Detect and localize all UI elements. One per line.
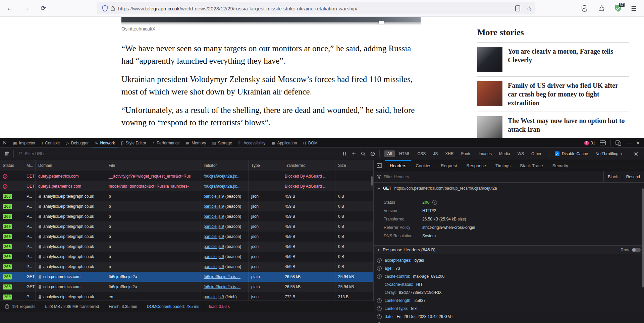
header-row[interactable]: ? content-length: 25937 <box>374 297 644 305</box>
story-headline[interactable]: The West may now have no option but to a… <box>508 116 629 138</box>
video-progress-track[interactable] <box>121 22 421 24</box>
initiator-link[interactable]: particle.js:9 <box>204 204 224 209</box>
block-request-icon[interactable] <box>368 150 377 158</box>
request-row[interactable]: 200 GET cdn.petametrics.com f <box>0 272 373 282</box>
reader-view-icon[interactable] <box>515 5 520 11</box>
initiator-link[interactable]: fb6cjraf9cejut2a.js:... <box>204 174 240 179</box>
story-thumbnail[interactable] <box>477 81 502 106</box>
devtools-tab[interactable]: ▦ Inspector <box>10 138 39 147</box>
devtools-tab[interactable]: {} Style Editor <box>118 138 149 147</box>
initiator-link[interactable]: particle.js:9 <box>204 254 224 259</box>
request-row[interactable]: 200 P... analytics.eip.telegraph.co.uk <box>0 242 373 252</box>
header-help-icon[interactable]: ? <box>377 258 382 263</box>
request-row[interactable]: 200 GET cdn.petametrics.com f <box>0 282 373 292</box>
devtools-tab[interactable]: ▤ Memory <box>183 138 209 147</box>
initiator-link[interactable]: fb6cjraf9cejut2a.js:... <box>204 184 240 189</box>
devtools-tab[interactable]: ⇅ Network <box>92 138 118 147</box>
header-help-icon[interactable]: ? <box>377 306 382 311</box>
initiator-link[interactable]: particle.js:9 <box>204 214 224 219</box>
request-type-filter[interactable]: CSS <box>415 150 429 157</box>
details-tab[interactable]: Request <box>436 160 462 171</box>
column-header-transferred[interactable]: Transferred <box>282 160 335 171</box>
split-console-icon[interactable] <box>600 140 606 145</box>
expand-caret-icon[interactable]: ▶ <box>378 187 380 190</box>
header-row[interactable]: ? cf-cache-status: HIT <box>374 280 644 288</box>
initiator-link[interactable]: particle.js:9 <box>204 224 224 229</box>
request-type-filter[interactable]: All <box>384 150 395 157</box>
request-type-filter[interactable]: HTML <box>396 150 413 157</box>
tracking-protection-shield-icon[interactable] <box>102 5 108 12</box>
request-type-filter[interactable]: Other <box>528 150 544 157</box>
meatball-menu-icon[interactable]: ⋯ <box>626 140 631 146</box>
request-row[interactable]: 200 GET query1.petametrics.com <box>0 181 373 191</box>
header-help-icon[interactable]: ? <box>377 266 382 271</box>
initiator-link[interactable]: fb6cjraf9cejut2a.js:... <box>204 284 240 289</box>
details-scrollbar[interactable] <box>642 188 644 287</box>
story-item[interactable]: The West may now have no option but to a… <box>477 112 629 138</box>
filter-urls-input[interactable]: Filter URLs <box>16 151 340 156</box>
devtools-tab[interactable]: ▷ Debugger <box>63 138 92 147</box>
devtools-tab[interactable]: ⟨⟩ DOM <box>300 138 320 147</box>
new-request-icon[interactable] <box>349 150 359 158</box>
load-time[interactable]: load: 3.56 s <box>204 303 234 310</box>
request-row[interactable]: 200 P... analytics.eip.telegraph.co.uk <box>0 252 373 262</box>
pick-element-icon[interactable]: ⇱ <box>0 138 10 147</box>
header-row[interactable]: ? date: Fri, 29 Dec 2023 13:42:29 GMT <box>374 313 644 321</box>
initiator-link[interactable]: particle.js:9 <box>204 264 224 269</box>
resend-button[interactable]: Resend <box>622 171 644 182</box>
header-row[interactable]: ? accept-ranges: bytes <box>374 256 644 264</box>
devtools-tab[interactable]: ▦ Application <box>268 138 300 147</box>
collapse-caret-icon[interactable]: ▼ <box>377 248 380 252</box>
story-item[interactable]: Family of US driver who fled UK after ca… <box>477 77 629 112</box>
response-headers-section[interactable]: ▼ Response Headers (646 B) Raw <box>374 245 644 254</box>
column-header-file[interactable]: File <box>106 160 201 171</box>
request-row[interactable]: 200 P... analytics.eip.telegraph.co.uk <box>0 201 373 211</box>
header-row[interactable]: ? cache-control: max-age=691200 <box>374 272 644 280</box>
request-row[interactable]: 200 P... analytics.eip.telegraph.co.uk <box>0 262 373 272</box>
column-header-initiator[interactable]: Initiator <box>201 160 249 171</box>
raw-toggle[interactable] <box>632 248 641 252</box>
request-type-filter[interactable]: JS <box>430 150 441 157</box>
forward-button[interactable]: → <box>21 3 32 14</box>
story-thumbnail[interactable] <box>477 47 502 72</box>
request-type-filter[interactable]: Images <box>476 150 495 157</box>
initiator-link[interactable]: particle.js:9 <box>204 234 224 239</box>
filter-headers-input[interactable]: Filter Headers <box>374 175 603 179</box>
details-tab[interactable]: Cookies <box>411 160 436 171</box>
devtools-tab[interactable]: ⟩ Console <box>39 138 63 147</box>
story-headline[interactable]: You are clearly a moron, Farage tells Cl… <box>508 47 629 72</box>
requests-summary[interactable]: 191 requests <box>0 303 40 310</box>
details-tab[interactable]: Timings <box>491 160 515 171</box>
close-devtools-icon[interactable]: ✕ <box>636 140 640 146</box>
network-settings-gear-icon[interactable] <box>631 150 641 158</box>
header-help-icon[interactable]: ? <box>377 298 382 303</box>
details-tab[interactable]: Response <box>462 160 491 171</box>
request-type-filter[interactable]: XHR <box>442 150 457 157</box>
adguard-icon[interactable]: 37 <box>614 4 622 12</box>
column-header-size[interactable]: Size <box>335 160 373 171</box>
request-list-scrollbar[interactable] <box>371 176 373 186</box>
header-row[interactable]: ? cf-ray: 83d27773ee2f719d-RIX <box>374 288 644 297</box>
details-tab[interactable]: Security <box>548 160 573 171</box>
column-header-domain[interactable]: Domain <box>36 160 106 171</box>
pause-traffic-icon[interactable] <box>340 150 349 158</box>
column-header-type[interactable]: Type <box>249 160 282 171</box>
article-video-frame[interactable] <box>121 17 421 24</box>
request-type-filter[interactable]: WS <box>515 150 527 157</box>
lock-icon[interactable] <box>111 6 115 11</box>
url-bar[interactable]: https://www.telegraph.co.uk/world-news/2… <box>97 2 535 14</box>
block-button[interactable]: Block <box>603 171 622 182</box>
responsive-design-icon[interactable] <box>615 140 621 146</box>
header-row[interactable]: ? age: 73 <box>374 264 644 272</box>
clear-requests-icon[interactable] <box>2 150 11 158</box>
request-row[interactable]: 200 P... analytics.eip.telegraph.co.uk <box>0 221 373 232</box>
header-help-icon[interactable]: ? <box>377 314 382 319</box>
devtools-tab[interactable]: ✣ Accessibility <box>235 138 268 147</box>
column-header-method[interactable]: M... <box>25 160 36 171</box>
domcontentloaded-time[interactable]: DOMContentLoaded: 785 ms <box>142 303 204 310</box>
story-item[interactable]: You are clearly a moron, Farage tells Cl… <box>477 43 629 77</box>
sidebar-toggle-icon[interactable] <box>374 160 385 171</box>
initiator-link[interactable]: particle.js:9 <box>204 244 224 249</box>
bookmark-star-icon[interactable]: ☆ <box>526 5 532 12</box>
request-row[interactable]: 200 GET query.petametrics.com <box>0 171 373 181</box>
